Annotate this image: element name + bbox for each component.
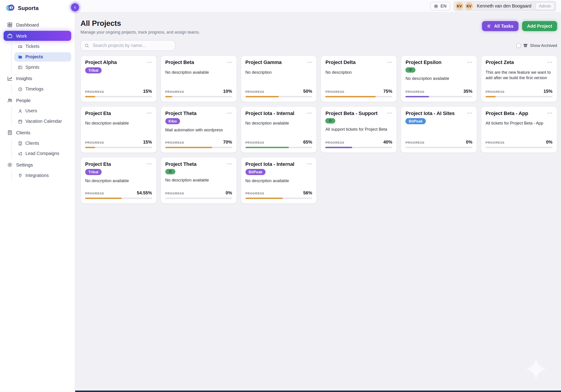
language-selector[interactable]: EN [430, 2, 450, 11]
user-name: Kenneth van den Boogaard [475, 4, 533, 9]
progress-track [85, 147, 152, 148]
card-menu-button[interactable]: ... [225, 59, 232, 64]
project-card-project-iota-internal[interactable]: Project Iota - Internal...BitPeakNo desc… [241, 157, 317, 204]
all-tasks-button[interactable]: All Tasks [482, 21, 518, 31]
project-description: No description available [405, 76, 472, 81]
project-card-project-beta[interactable]: Project Beta...No description availableP… [161, 55, 237, 102]
project-card-project-alpha[interactable]: Project Alpha...TribalPROGRESS15% [80, 55, 157, 102]
card-menu-button[interactable]: ... [385, 59, 392, 64]
card-menu-button[interactable]: ... [305, 110, 312, 115]
show-archived-checkbox[interactable] [516, 43, 521, 48]
sidebar-item-clients[interactable]: Clients [4, 128, 71, 138]
card-menu-button[interactable]: ... [305, 59, 312, 64]
card-menu-button[interactable]: ... [145, 110, 152, 115]
project-card-project-theta[interactable]: Project Theta...No description available… [161, 157, 237, 204]
card-menu-button[interactable]: ... [385, 110, 392, 115]
progress-section: PROGRESS70% [165, 140, 232, 148]
user-icon [18, 109, 23, 113]
chevron-left-icon [73, 5, 77, 9]
project-card-project-theta[interactable]: Project Theta...KiboMail automation with… [161, 106, 237, 153]
card-menu-button[interactable]: ... [545, 59, 552, 64]
project-card-project-iota-ai-sites[interactable]: Project Iota - AI Sites...BitPeakPROGRES… [401, 106, 477, 153]
sidebar-subsection: Timelogs [11, 84, 71, 94]
project-card-project-epsilon[interactable]: Project Epsilon...No description availab… [401, 55, 477, 102]
project-description: Mail automation with wordpress [165, 127, 232, 133]
project-card-project-eta[interactable]: Project Eta...No description availablePR… [80, 106, 157, 153]
globe-icon [409, 68, 412, 72]
avatar: KV [465, 2, 473, 10]
project-badge: BitPeak [405, 118, 426, 124]
project-card-project-eta[interactable]: Project Eta...TribalNo description avail… [80, 157, 157, 204]
progress-value: 0% [546, 140, 553, 144]
sidebar-item-work[interactable]: Work [4, 31, 71, 41]
sidebar-item-dashboard[interactable]: Dashboard [4, 20, 71, 30]
progress-fill [325, 96, 376, 97]
list-icon [487, 24, 492, 29]
progress-track [85, 197, 152, 199]
avatar: KV [455, 2, 463, 10]
project-badge: Tribal [85, 169, 102, 175]
user-menu[interactable]: KV KV Kenneth van den Boogaard Admin [454, 1, 556, 11]
page-subtitle: Manage your ongoing projects, track prog… [80, 30, 200, 34]
card-menu-button[interactable]: ... [145, 161, 152, 166]
card-menu-button[interactable]: ... [545, 110, 552, 115]
project-card-project-delta[interactable]: Project Delta...No descriptionPROGRESS75… [321, 55, 397, 102]
sidebar-item-integrations[interactable]: Integrations [14, 171, 71, 180]
card-menu-button[interactable]: ... [225, 161, 232, 166]
progress-value: 15% [544, 89, 552, 94]
dashboard-icon [7, 22, 13, 27]
sidebar-subsection: UsersVacation Calendar [11, 106, 71, 126]
progress-fill [165, 96, 172, 97]
brand-logo[interactable]: Suporta [0, 0, 75, 16]
card-menu-button[interactable]: ... [465, 59, 472, 64]
clients-icon [18, 141, 23, 146]
progress-label: PROGRESS [165, 141, 184, 144]
sidebar-item-insights[interactable]: Insights [4, 73, 71, 83]
project-card-project-beta-support[interactable]: Project Beta - Support...All support tic… [321, 106, 397, 153]
card-menu-button[interactable]: ... [465, 110, 472, 115]
search-icon [84, 43, 89, 48]
sidebar-item-users[interactable]: Users [14, 106, 71, 116]
project-title: Project Iota - AI Sites [405, 110, 455, 116]
progress-value: 10% [223, 89, 232, 94]
sidebar-item-projects[interactable]: Projects [14, 52, 71, 62]
card-menu-button[interactable]: ... [145, 59, 152, 64]
project-card-project-zeta[interactable]: Project Zeta...This are the new feature … [481, 55, 557, 102]
progress-track [165, 147, 232, 148]
sidebar-item-lead-compaigns[interactable]: Lead Compaigns [14, 149, 71, 158]
project-card-project-iota-internal[interactable]: Project Iota - Internal...No description… [241, 106, 317, 153]
card-menu-button[interactable]: ... [305, 161, 312, 166]
sidebar-collapse-button[interactable] [71, 3, 79, 11]
project-description: No description [325, 70, 392, 75]
suporta-logo-icon [6, 4, 15, 12]
project-title: Project Iota - Internal [245, 110, 294, 116]
progress-section: PROGRESS35% [405, 89, 472, 97]
page-title: All Projects [80, 19, 200, 28]
ticket-icon [18, 44, 23, 49]
sidebar-item-timelogs[interactable]: Timelogs [14, 84, 71, 94]
add-project-button[interactable]: Add Project [522, 21, 557, 31]
sidebar-item-people[interactable]: People [4, 95, 71, 105]
sidebar-item-settings[interactable]: Settings [4, 160, 71, 170]
show-archived-toggle[interactable]: Show Archived [516, 43, 557, 48]
project-badge: Kibo [165, 118, 180, 124]
language-label: EN [441, 4, 446, 9]
card-menu-button[interactable]: ... [225, 110, 232, 115]
sidebar-item-vacation-calendar[interactable]: Vacation Calendar [14, 117, 71, 126]
sidebar-item-tickets[interactable]: Tickets [14, 42, 71, 51]
search-input[interactable] [92, 43, 172, 48]
sidebar-subsection: TicketsProjectsSprints [11, 42, 71, 72]
project-title: Project Theta [165, 110, 197, 116]
sidebar-item-sprints[interactable]: Sprints [14, 63, 71, 72]
project-description: No description available [245, 120, 312, 126]
progress-fill [245, 96, 279, 97]
project-title: Project Alpha [85, 59, 117, 65]
project-card-project-gamma[interactable]: Project Gamma...No descriptionPROGRESS50… [241, 55, 317, 102]
sidebar-nav: DashboardWorkTicketsProjectsSprintsInsig… [0, 16, 75, 180]
progress-label: PROGRESS [165, 90, 184, 93]
progress-track [165, 197, 232, 199]
project-card-project-beta-app[interactable]: Project Beta - App...All tickets for Pro… [481, 106, 557, 153]
gear-icon [434, 4, 439, 9]
sidebar-item-clients[interactable]: Clients [14, 139, 71, 148]
project-title: Project Gamma [245, 59, 282, 65]
